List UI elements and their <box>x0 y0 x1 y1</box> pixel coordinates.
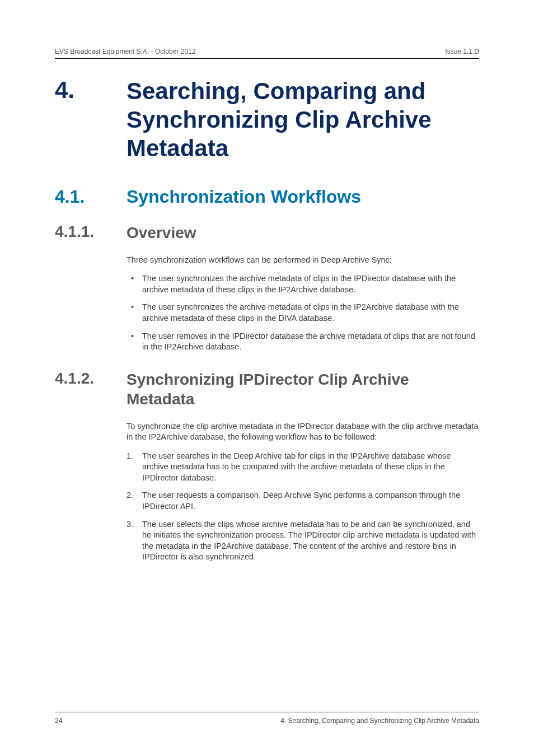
list-item: 3.The user selects the clips whose archi… <box>127 519 479 563</box>
subsection-number: 4.1.2. <box>55 370 127 388</box>
subsection-overview: 4.1.1. Overview Three synchronization wo… <box>55 223 479 353</box>
subsection-heading: 4.1.1. Overview <box>55 223 479 242</box>
subsection-body: To synchronize the clip archive metadata… <box>127 421 479 563</box>
page-number: 24 <box>55 717 62 725</box>
numbered-list: 1.The user searches in the Deep Archive … <box>127 451 479 563</box>
header-right-text: Issue 1.1.D <box>445 48 479 55</box>
list-item: The user removes in the IPDirector datab… <box>127 331 479 353</box>
page-footer: 24 4. Searching, Comparing and Synchroni… <box>55 712 479 725</box>
step-number: 1. <box>127 451 133 462</box>
list-item: The user synchronizes the archive metada… <box>127 273 479 295</box>
intro-paragraph: Three synchronization workflows can be p… <box>127 255 479 266</box>
document-page: EVS Broadcast Equipment S.A. - October 2… <box>0 0 534 756</box>
page-header: EVS Broadcast Equipment S.A. - October 2… <box>55 48 479 59</box>
section-title: Synchronization Workflows <box>127 186 361 207</box>
step-text: The user selects the clips whose archive… <box>142 520 476 562</box>
step-number: 2. <box>127 490 133 501</box>
subsection-sync: 4.1.2. Synchronizing IPDirector Clip Arc… <box>55 370 479 563</box>
subsection-title: Synchronizing IPDirector Clip Archive Me… <box>127 370 479 409</box>
step-number: 3. <box>127 519 133 530</box>
header-left-text: EVS Broadcast Equipment S.A. - October 2… <box>55 48 195 55</box>
subsection-number: 4.1.1. <box>55 223 127 241</box>
step-text: The user searches in the Deep Archive ta… <box>142 451 451 482</box>
section-heading: 4.1. Synchronization Workflows <box>55 186 479 207</box>
step-text: The user requests a comparison. Deep Arc… <box>142 491 460 511</box>
chapter-title: Searching, Comparing and Synchronizing C… <box>127 77 479 163</box>
footer-chapter-ref: 4. Searching, Comparing and Synchronizin… <box>280 717 479 725</box>
section-number: 4.1. <box>55 186 127 207</box>
chapter-heading: 4. Searching, Comparing and Synchronizin… <box>55 77 479 163</box>
list-item: 2.The user requests a comparison. Deep A… <box>127 490 479 512</box>
subsection-title: Overview <box>127 223 196 242</box>
list-item: 1.The user searches in the Deep Archive … <box>127 451 479 484</box>
bullet-list: The user synchronizes the archive metada… <box>127 273 479 352</box>
intro-paragraph: To synchronize the clip archive metadata… <box>127 421 479 443</box>
subsection-heading: 4.1.2. Synchronizing IPDirector Clip Arc… <box>55 370 479 409</box>
chapter-number: 4. <box>55 77 127 104</box>
list-item: The user synchronizes the archive metada… <box>127 302 479 324</box>
subsection-body: Three synchronization workflows can be p… <box>127 255 479 353</box>
